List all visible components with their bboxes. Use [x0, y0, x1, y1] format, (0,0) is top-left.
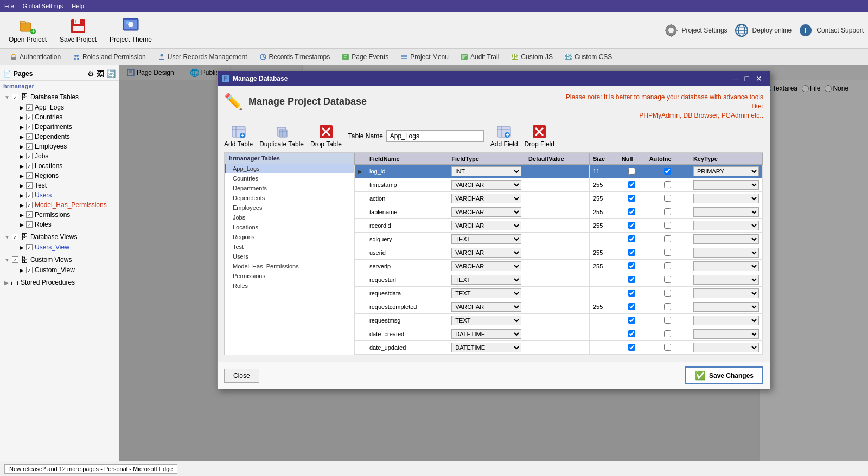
open-project-button[interactable]: + Open Project	[4, 15, 51, 46]
project-theme-button[interactable]: Project Theme	[105, 15, 156, 46]
drop-table-button[interactable]: Drop Table	[310, 124, 342, 148]
field-autoinc-cell[interactable]	[646, 233, 690, 246]
field-type-cell[interactable]: TEXT	[448, 314, 525, 327]
field-keytype-cell[interactable]	[690, 314, 762, 327]
tree-locations[interactable]: ▶ Locations	[0, 161, 119, 171]
keytype-select[interactable]	[693, 316, 759, 325]
null-checkbox[interactable]	[628, 330, 635, 337]
table-row[interactable]: serveripVARCHAR255	[355, 260, 763, 273]
null-checkbox[interactable]	[628, 344, 635, 351]
save-project-button[interactable]: Save Project	[55, 15, 101, 46]
tree-custom-view[interactable]: ▶ Custom_View	[0, 265, 119, 275]
tree-departments[interactable]: ▶ Departments	[0, 122, 119, 132]
tree-model-has-perms[interactable]: ▶ Model_Has_Permissions	[0, 200, 119, 210]
tree-stored-procs[interactable]: ▶ 🗃 Stored Procedures	[0, 277, 119, 288]
table-list-item-locations[interactable]: Locations	[225, 222, 354, 232]
field-type-cell[interactable]: VARCHAR	[448, 192, 525, 205]
field-type-cell[interactable]: INT	[448, 165, 525, 178]
tab-user-records[interactable]: User Records Management	[152, 51, 253, 63]
field-type-cell[interactable]: VARCHAR	[448, 246, 525, 260]
autoinc-checkbox[interactable]	[664, 317, 671, 324]
null-checkbox[interactable]	[628, 195, 635, 202]
tree-users-view[interactable]: ▶ Users_View	[0, 242, 119, 252]
null-checkbox[interactable]	[628, 181, 635, 188]
table-list-item-app-logs[interactable]: App_Logs	[225, 164, 354, 173]
keytype-select[interactable]	[693, 248, 759, 258]
field-autoinc-cell[interactable]	[646, 287, 690, 300]
keytype-select[interactable]	[693, 221, 759, 230]
modal-close-button[interactable]: ✕	[752, 73, 765, 84]
field-null-cell[interactable]	[618, 314, 646, 327]
tree-employees[interactable]: ▶ Employees	[0, 141, 119, 151]
field-type-select[interactable]: TEXT	[451, 234, 521, 244]
modal-minimize-button[interactable]: ─	[730, 73, 742, 84]
table-row[interactable]: tablenameVARCHAR255	[355, 205, 763, 219]
table-row[interactable]: requesturlTEXT	[355, 273, 763, 287]
tab-custom-js[interactable]: JS Custom JS	[506, 51, 558, 63]
tablename-input[interactable]	[386, 130, 484, 142]
add-field-button[interactable]: + Add Field	[490, 124, 518, 148]
field-autoinc-cell[interactable]	[646, 246, 690, 260]
table-row[interactable]: date_updatedDATETIME	[355, 341, 763, 355]
field-keytype-cell[interactable]: PRIMARY	[690, 165, 762, 178]
field-type-select[interactable]: DATETIME	[451, 343, 521, 352]
field-null-cell[interactable]	[618, 341, 646, 355]
menu-file[interactable]: File	[4, 3, 14, 9]
field-type-cell[interactable]: DATETIME	[448, 327, 525, 341]
field-autoinc-cell[interactable]	[646, 314, 690, 327]
table-list-item-regions[interactable]: Regions	[225, 232, 354, 242]
menu-global-settings[interactable]: Global Settings	[23, 3, 63, 9]
table-list-item-departments[interactable]: Departments	[225, 183, 354, 193]
field-autoinc-cell[interactable]	[646, 192, 690, 205]
field-type-select[interactable]: VARCHAR	[451, 261, 521, 271]
table-row[interactable]: requestcompletedVARCHAR255	[355, 300, 763, 314]
keytype-select[interactable]	[693, 194, 759, 203]
field-autoinc-cell[interactable]	[646, 205, 690, 219]
field-autoinc-cell[interactable]	[646, 219, 690, 233]
null-checkbox[interactable]	[628, 249, 635, 256]
field-keytype-cell[interactable]	[690, 246, 762, 260]
autoinc-checkbox[interactable]	[664, 249, 671, 256]
field-keytype-cell[interactable]	[690, 192, 762, 205]
table-list-item-jobs[interactable]: Jobs	[225, 213, 354, 222]
field-type-cell[interactable]: TEXT	[448, 273, 525, 287]
table-list-item-dependents[interactable]: Dependents	[225, 193, 354, 203]
keytype-select[interactable]	[693, 275, 759, 285]
field-keytype-cell[interactable]	[690, 287, 762, 300]
tree-db-tables[interactable]: ▼ 🗄 Database Tables	[0, 92, 119, 102]
keytype-select[interactable]	[693, 180, 759, 190]
autoinc-checkbox[interactable]	[664, 290, 671, 297]
table-list-item-permissions[interactable]: Permissions	[225, 271, 354, 281]
sidebar-refresh-btn[interactable]: 🔄	[106, 69, 116, 78]
field-keytype-cell[interactable]	[690, 219, 762, 233]
field-null-cell[interactable]	[618, 246, 646, 260]
field-autoinc-cell[interactable]	[646, 178, 690, 192]
field-autoinc-cell[interactable]	[646, 327, 690, 341]
field-null-cell[interactable]	[618, 219, 646, 233]
null-checkbox[interactable]	[628, 290, 635, 297]
add-table-button[interactable]: + Add Table	[224, 124, 253, 148]
keytype-select[interactable]	[693, 288, 759, 298]
field-type-cell[interactable]: DATETIME	[448, 341, 525, 355]
field-null-cell[interactable]	[618, 165, 646, 178]
tab-project-menu[interactable]: Project Menu	[395, 51, 454, 63]
tree-users[interactable]: ▶ Users	[0, 190, 119, 200]
field-null-cell[interactable]	[618, 260, 646, 273]
null-checkbox[interactable]	[628, 262, 635, 269]
field-keytype-cell[interactable]	[690, 273, 762, 287]
table-row[interactable]: ▶log_idINT11PRIMARY	[355, 165, 763, 178]
tree-countries[interactable]: ▶ Countries	[0, 112, 119, 122]
modal-maximize-button[interactable]: □	[742, 73, 752, 84]
table-list-item-model-has-perms[interactable]: Model_Has_Permissions	[225, 261, 354, 271]
tab-roles-permission[interactable]: Roles and Permission	[67, 51, 151, 63]
field-type-select[interactable]: TEXT	[451, 275, 521, 285]
keytype-select[interactable]	[693, 261, 759, 271]
field-type-cell[interactable]: TEXT	[448, 233, 525, 246]
sidebar-add-btn[interactable]: 🖼	[97, 69, 104, 78]
null-checkbox[interactable]	[628, 303, 635, 310]
field-type-select[interactable]: DATETIME	[451, 329, 521, 339]
field-keytype-cell[interactable]	[690, 341, 762, 355]
field-autoinc-cell[interactable]	[646, 300, 690, 314]
field-null-cell[interactable]	[618, 273, 646, 287]
menu-help[interactable]: Help	[72, 3, 84, 9]
